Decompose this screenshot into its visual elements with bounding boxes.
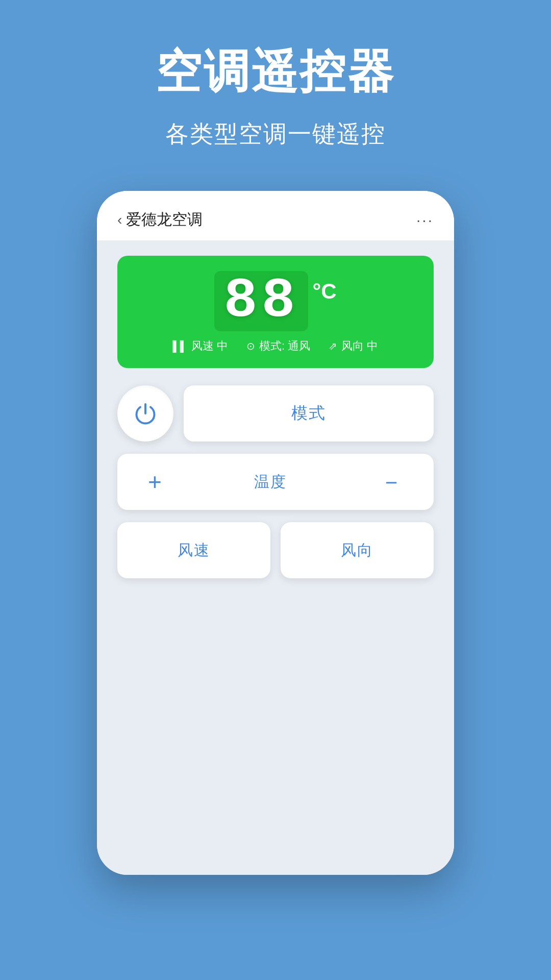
temp-label: 温度 — [254, 472, 287, 493]
controls-area: 模式 + 温度 － 风速 风向 — [117, 380, 434, 583]
power-button[interactable] — [117, 385, 173, 442]
wind-dir-icon: ⇗ — [329, 340, 337, 352]
display-screen: 88 °C ▌▌ 风速 中 ⊙ 模式: 通风 ⇗ 风向 中 — [117, 256, 434, 368]
wind-dir-button[interactable]: 风向 — [281, 522, 434, 578]
wind-dir-status: ⇗ 风向 中 — [329, 338, 378, 354]
phone-mockup: ‹ 爱德龙空调 ··· 88 °C ▌▌ 风速 中 ⊙ 模式: 通风 — [97, 191, 454, 875]
temperature-display: 88 °C — [214, 271, 336, 331]
fan-speed-button[interactable]: 风速 — [117, 522, 270, 578]
wind-dir-label: 风向 中 — [341, 338, 378, 354]
temperature-control-row[interactable]: + 温度 － — [117, 454, 434, 510]
more-options-button[interactable]: ··· — [416, 211, 434, 229]
temp-plus-button[interactable]: + — [138, 463, 172, 501]
app-subtitle: 各类型空调一键遥控 — [165, 118, 386, 150]
remote-bottom-space — [117, 596, 434, 849]
temp-minus-button[interactable]: － — [369, 461, 413, 503]
status-row: ▌▌ 风速 中 ⊙ 模式: 通风 ⇗ 风向 中 — [138, 338, 413, 354]
fan-wind-row: 风速 风向 — [117, 522, 434, 578]
mode-icon: ⊙ — [246, 340, 255, 352]
app-title: 空调遥控器 — [156, 41, 395, 103]
wind-speed-icon: ▌▌ — [173, 340, 187, 352]
temperature-digits: 88 — [214, 271, 308, 331]
mode-label: 模式: 通风 — [259, 338, 310, 354]
wind-speed-status: ▌▌ 风速 中 — [173, 338, 228, 354]
back-chevron-icon: ‹ — [117, 212, 122, 228]
back-button[interactable]: ‹ 爱德龙空调 — [117, 209, 203, 230]
remote-body: 88 °C ▌▌ 风速 中 ⊙ 模式: 通风 ⇗ 风向 中 — [97, 240, 454, 875]
wind-speed-label: 风速 中 — [191, 338, 228, 354]
phone-topbar: ‹ 爱德龙空调 ··· — [97, 191, 454, 240]
mode-button[interactable]: 模式 — [184, 385, 434, 442]
power-mode-row: 模式 — [117, 385, 434, 442]
mode-status: ⊙ 模式: 通风 — [246, 338, 310, 354]
temperature-unit: °C — [312, 279, 336, 304]
topbar-title: 爱德龙空调 — [126, 209, 203, 230]
power-icon — [133, 401, 158, 426]
